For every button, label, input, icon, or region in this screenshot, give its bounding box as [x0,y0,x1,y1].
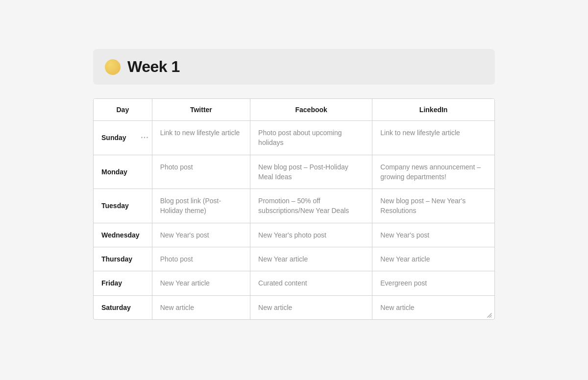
table-row: Sunday···Link to new lifestyle articlePh… [94,121,494,155]
cell-day-wednesday: Wednesday [94,223,152,247]
cell-twitter-6: New article [152,295,250,319]
cell-facebook-2: Promotion – 50% off subscriptions/New Ye… [250,189,372,223]
header-linkedin: LinkedIn [372,99,494,121]
table-row: MondayPhoto postNew blog post – Post-Hol… [94,155,494,189]
cell-facebook-3: New Year's photo post [250,223,372,247]
table-row: SaturdayNew articleNew articleNew articl… [94,295,494,319]
cell-day-saturday: Saturday [94,295,152,319]
table-row: FridayNew Year articleCurated contentEve… [94,271,494,295]
cell-linkedin-5: Evergreen post [372,271,494,295]
header-day: Day [94,99,152,121]
cell-day-thursday: Thursday [94,247,152,271]
cell-facebook-1: New blog post – Post-Holiday Meal Ideas [250,155,372,189]
cell-linkedin-4: New Year article [372,247,494,271]
cell-linkedin-3: New Year's post [372,223,494,247]
schedule-table: Day Twitter Facebook LinkedIn Sunday···L… [94,99,494,319]
cell-twitter-4: Photo post [152,247,250,271]
cell-linkedin-0: Link to new lifestyle article [372,121,494,155]
title-bar: Week 1 [93,49,495,85]
cell-facebook-4: New Year article [250,247,372,271]
cell-linkedin-1: Company news announcement – growing depa… [372,155,494,189]
header-twitter: Twitter [152,99,250,121]
cell-facebook-0: Photo post about upcoming holidays [250,121,372,155]
cell-linkedin-6: New article [372,295,494,319]
cell-twitter-5: New Year article [152,271,250,295]
cell-facebook-6: New article [250,295,372,319]
cell-facebook-5: Curated content [250,271,372,295]
content-table-wrapper: Day Twitter Facebook LinkedIn Sunday···L… [93,98,495,320]
cell-day-monday: Monday [94,155,152,189]
header-facebook: Facebook [250,99,372,121]
dots-menu-icon[interactable]: ··· [141,132,148,143]
sun-icon [105,59,121,75]
cell-day-tuesday: Tuesday [94,189,152,223]
cell-day-sunday: Sunday··· [94,121,152,155]
cell-twitter-3: New Year's post [152,223,250,247]
table-row: ThursdayPhoto postNew Year articleNew Ye… [94,247,494,271]
page-container: Week 1 Day Twitter Facebook LinkedIn Sun… [93,49,495,320]
cell-twitter-2: Blog post link (Post-Holiday theme) [152,189,250,223]
page-title: Week 1 [127,58,180,76]
table-row: TuesdayBlog post link (Post-Holiday them… [94,189,494,223]
resize-handle[interactable] [487,311,492,317]
table-header-row: Day Twitter Facebook LinkedIn [94,99,494,121]
cell-day-friday: Friday [94,271,152,295]
cell-twitter-1: Photo post [152,155,250,189]
table-row: WednesdayNew Year's postNew Year's photo… [94,223,494,247]
cell-linkedin-2: New blog post – New Year's Resolutions [372,189,494,223]
cell-twitter-0: Link to new lifestyle article [152,121,250,155]
